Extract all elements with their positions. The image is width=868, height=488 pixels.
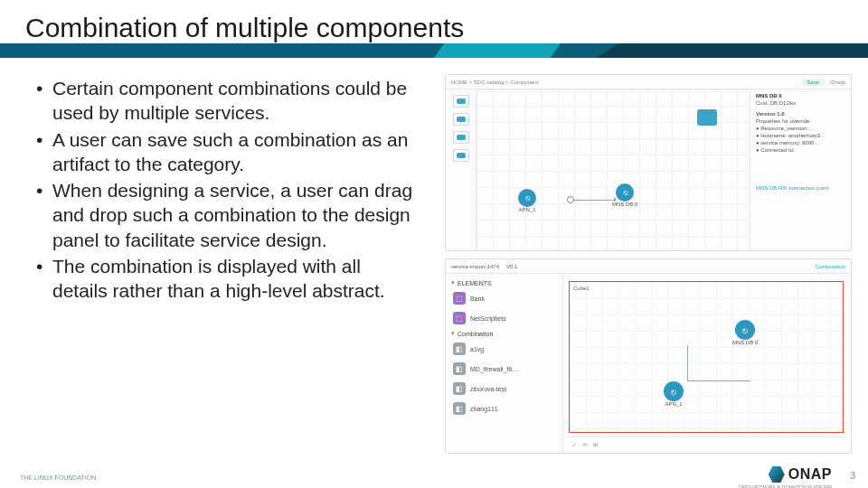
- panel-title: MNS DB 0: [756, 93, 845, 99]
- tool-icon[interactable]: ⊞: [593, 441, 598, 447]
- sidebar-item[interactable]: ⬚Bank: [451, 290, 557, 306]
- connection-point[interactable]: [567, 196, 574, 203]
- element-icon: ⬚: [453, 292, 466, 305]
- screenshots-region: HOME > SDC catalog > Component Save Chec…: [445, 74, 852, 454]
- onap-logo-text: ONAP: [788, 466, 832, 483]
- save-button[interactable]: Save: [801, 79, 825, 86]
- bullet-item: Certain component combinations could be …: [36, 76, 416, 126]
- page-number: 3: [850, 470, 855, 481]
- bottom-header: service-import-1474 V0.1 Composition: [446, 259, 851, 274]
- palette-item[interactable]: [453, 113, 469, 126]
- onap-logo: ONAP OPEN NETWORK AUTOMATION PLATFORM: [769, 466, 832, 483]
- panel-section: Version 1.0: [756, 111, 845, 117]
- vnf-icon: ⎋: [664, 381, 684, 401]
- sidebar-group-label: Combination: [458, 331, 493, 337]
- element-icon: ◧: [453, 382, 466, 395]
- node-label: APN_1: [665, 401, 682, 407]
- sidebar-item[interactable]: ◧MD_firewall_f6…: [451, 361, 557, 377]
- palette-item[interactable]: [453, 149, 469, 162]
- panel-row: ● Resource_vsersion…: [756, 126, 845, 131]
- onap-logo-subtitle: OPEN NETWORK AUTOMATION PLATFORM: [739, 484, 832, 488]
- check-button[interactable]: Check: [830, 80, 845, 85]
- node-label: MNS DB 0: [612, 202, 637, 207]
- database-icon: [697, 109, 717, 126]
- footer-left-caption: THE LINUX FOUNDATION: [20, 474, 96, 481]
- properties-panel: MNS DB 0 Cust. DB D11Ikx Version 1.0 Pro…: [750, 89, 851, 250]
- service-name: service-import-1474: [451, 264, 499, 269]
- element-icon: ◧: [453, 343, 466, 355]
- bullet-item: The combination is displayed with all de…: [36, 254, 416, 304]
- palette-item[interactable]: [453, 131, 469, 144]
- sidebar-group-header[interactable]: ▾ ELEMENTS: [451, 279, 557, 286]
- slide: Combination of multiple components Certa…: [0, 0, 868, 488]
- chevron-down-icon: ▾: [451, 330, 455, 337]
- onap-logo-icon: [769, 466, 785, 483]
- title-accent-band: [0, 43, 868, 58]
- screenshot-top: HOME > SDC catalog > Component Save Chec…: [445, 74, 852, 251]
- link-arrow: [574, 200, 616, 201]
- vnf-icon: ⎋: [518, 189, 536, 207]
- vnf-icon: ⎋: [735, 320, 755, 340]
- tool-icon[interactable]: ▭: [582, 441, 588, 447]
- sidebar-item-label: a1vg: [470, 346, 484, 352]
- sidebar-item-label: NetScriptlets: [470, 315, 506, 322]
- canvas-node[interactable]: ⎋ MNS DB 0: [732, 320, 758, 345]
- bullet-item: A user can save such a combination as an…: [36, 127, 416, 177]
- sidebar-item[interactable]: ⬚NetScriptlets: [451, 310, 557, 326]
- title-accent-chip: [434, 43, 561, 58]
- panel-row: ● Connected to:: [756, 147, 845, 153]
- component-palette: [446, 89, 476, 250]
- node-label: APN_1: [518, 207, 535, 212]
- canvas-node[interactable]: ⎋ APN_1: [664, 381, 684, 407]
- element-icon: ⬚: [453, 312, 466, 324]
- elements-sidebar: ▾ ELEMENTS ⬚Bank ⬚NetScriptlets ▾Combina…: [446, 274, 563, 453]
- chevron-down-icon: ▾: [451, 279, 455, 286]
- panel-row: Properties for override:: [756, 118, 845, 124]
- sidebar-group-label: ELEMENTS: [458, 280, 492, 286]
- tab-composition[interactable]: Composition: [816, 264, 845, 269]
- sidebar-item[interactable]: ◧a1vg: [451, 341, 557, 357]
- tool-icon[interactable]: ⤢: [572, 441, 577, 447]
- screenshot-bottom: service-import-1474 V0.1 Composition ▾ E…: [445, 258, 852, 454]
- canvas-node-db-inst[interactable]: [697, 109, 717, 126]
- bullet-list: Certain component combinations could be …: [36, 76, 416, 304]
- sidebar-item-label: zhang111: [470, 406, 498, 412]
- panel-subtitle: Cust. DB D11Ikx: [756, 100, 845, 106]
- sidebar-item-label: Bank: [470, 296, 485, 302]
- slide-title: Combination of multiple components: [25, 13, 469, 43]
- breadcrumb: HOME > SDC catalog > Component: [451, 80, 538, 85]
- canvas-node-apn[interactable]: ⎋ APN_1: [518, 189, 536, 212]
- top-toolbar: HOME > SDC catalog > Component Save Chec…: [446, 75, 851, 89]
- link-elbow: [687, 345, 750, 381]
- panel-row: ● Hostname: anotherhost3…: [756, 133, 845, 138]
- canvas-selection-label: Cube1: [573, 286, 590, 291]
- sidebar-item[interactable]: ◧zhang111: [451, 400, 557, 417]
- canvas-toolstrip: ⤢ ▭ ⊞: [567, 436, 845, 451]
- palette-item[interactable]: [453, 95, 469, 108]
- element-icon: ◧: [453, 362, 466, 375]
- slide-footer: THE LINUX FOUNDATION ONAP OPEN NETWORK A…: [0, 463, 868, 481]
- vnf-icon: ⎋: [616, 183, 634, 202]
- sidebar-item[interactable]: ◧ziborova-test: [451, 380, 557, 397]
- design-canvas[interactable]: ⎋ APN_1 ⎋ MNS DB 0: [476, 89, 750, 250]
- sidebar-item-label: MD_firewall_f6…: [470, 366, 518, 372]
- composition-canvas[interactable]: Cube1 ⎋ MNS DB 0 ⎋ APN_1: [569, 281, 844, 433]
- sidebar-item-label: ziborova-test: [470, 386, 506, 392]
- panel-link[interactable]: MNS DB R/K connection point: [756, 185, 845, 191]
- bullet-item: When designing a service, a user can dra…: [36, 178, 416, 252]
- sidebar-group-header[interactable]: ▾Combination: [451, 330, 557, 337]
- element-icon: ◧: [453, 402, 466, 415]
- canvas-node-db[interactable]: ⎋ MNS DB 0: [612, 183, 637, 207]
- service-version: V0.1: [506, 264, 517, 269]
- panel-row: ● service memory: 6000…: [756, 140, 845, 145]
- slide-body: Certain component combinations could be …: [36, 76, 416, 305]
